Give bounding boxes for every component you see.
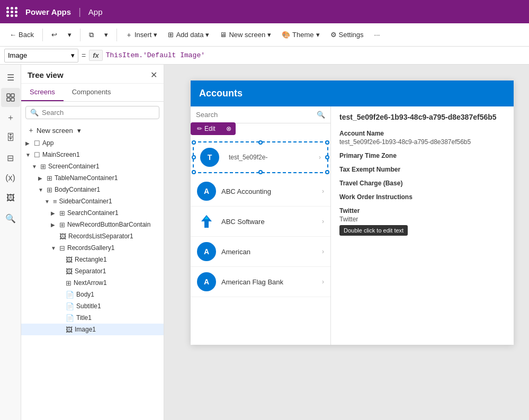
tab-screens[interactable]: Screens <box>21 84 64 101</box>
add-data-button[interactable]: ⊞ Add data ▾ <box>164 28 213 41</box>
arrow-icon: ▶ <box>51 222 57 228</box>
container-icon: ⊞ <box>47 186 52 194</box>
list-item-content: A American <box>197 242 250 261</box>
more-button[interactable]: ··· <box>370 28 384 41</box>
tree-node-image1[interactable]: 🖼 Image1 <box>21 324 164 335</box>
fx-label: fx <box>89 50 103 61</box>
tree-node-recordsgallery1[interactable]: ▼ ⊟ RecordsGallery1 <box>21 242 164 254</box>
components-icon[interactable]: ⊟ <box>1 148 20 167</box>
search-icon-tree: 🔍 <box>30 109 39 117</box>
tree-node-label: MainScreen1 <box>42 151 80 158</box>
tree-node-app[interactable]: ▶ ☐ App <box>21 137 164 149</box>
chevron-right-icon: › <box>322 248 324 255</box>
tab-components[interactable]: Components <box>64 84 120 101</box>
tree-node-subtitle1[interactable]: 📄 Subtitle1 <box>21 300 164 312</box>
top-bar-app-name: Power Apps <box>25 7 71 16</box>
tree-node-newrecordbuttonbarcontain[interactable]: ▶ ⊞ NewRecordButtonBarContain <box>21 219 164 230</box>
search-icon-list: 🔍 <box>317 111 325 119</box>
chevron-right-icon: › <box>322 278 324 285</box>
tree-node-separator1[interactable]: 🖼 Separator1 <box>21 265 164 277</box>
list-search-input[interactable] <box>196 111 313 119</box>
list-item-abc-software[interactable]: ABC Software › <box>191 207 330 237</box>
menu-icon[interactable]: ☰ <box>1 68 20 87</box>
theme-icon: 🎨 <box>282 31 290 39</box>
new-screen-button-tree[interactable]: ＋ New screen ▾ <box>21 123 164 137</box>
settings-button[interactable]: ⚙ Settings <box>326 28 368 41</box>
insert-button[interactable]: ＋ Insert ▾ <box>121 28 162 42</box>
selected-item[interactable]: T test_5e09f2e- › <box>193 141 328 173</box>
variable-icon[interactable]: (x) <box>1 168 20 187</box>
tree-node-label: TableNameContainer1 <box>55 174 118 182</box>
container-icon: ⊞ <box>40 163 46 171</box>
tree-node-searchcontainer1[interactable]: ▶ ⊞ SearchContainer1 <box>21 207 164 219</box>
field-value: test_5e09f2e6-1b93-48c9-a795-d8e387ef56b… <box>339 138 505 146</box>
list-item-american-flag-bank[interactable]: A American Flag Bank › <box>191 267 330 297</box>
insert-label: Insert <box>135 31 152 39</box>
selected-list-item[interactable]: T test_5e09f2e- › <box>194 142 327 172</box>
field-label: Tax Exempt Number <box>339 166 505 173</box>
tree-node-sidebarcontainer1[interactable]: ▼ ≡ SidebarContainer1 <box>21 195 164 207</box>
search-input[interactable] <box>42 109 155 117</box>
accounts-list: 🔍 ✏ Edit ⊗ <box>191 106 331 345</box>
edit-label: Edit <box>204 125 216 132</box>
tree-node-rectangle1[interactable]: 🖼 Rectangle1 <box>21 254 164 265</box>
tree-node-recordslistseparator1[interactable]: 🖼 RecordsListSeparator1 <box>21 230 164 242</box>
theme-button[interactable]: 🎨 Theme ▾ <box>277 28 324 41</box>
tree-view-icon[interactable] <box>1 88 20 107</box>
back-button[interactable]: ← Back <box>5 28 38 41</box>
tree-node-label: Subtitle1 <box>76 302 101 310</box>
tree-node-tablenamecontainer1[interactable]: ▶ ⊞ TableNameContainer1 <box>21 172 164 184</box>
close-icon[interactable]: ✕ <box>150 70 157 80</box>
tree-node-label: Image1 <box>75 326 96 333</box>
avatar: A <box>197 182 216 201</box>
copy-dropdown-button[interactable]: ▾ <box>100 28 112 41</box>
copy-icon: ⧉ <box>89 31 94 39</box>
plus-icon-tree: ＋ <box>28 126 34 135</box>
field-label: Primary Time Zone <box>339 152 505 159</box>
property-dropdown[interactable]: Image ▾ <box>4 49 78 62</box>
copy-button[interactable]: ⧉ <box>85 28 98 42</box>
formula-input[interactable]: ThisItem.'Default Image' <box>106 51 525 59</box>
new-screen-button[interactable]: 🖥 New screen ▾ <box>216 28 275 41</box>
tree-node-body1[interactable]: 📄 Body1 <box>21 289 164 300</box>
undo-button[interactable]: ↩ <box>47 28 61 41</box>
list-item-abc-accounting[interactable]: A ABC Accounting › <box>191 176 330 207</box>
media-icon[interactable]: 🖼 <box>1 189 20 208</box>
detail-record-id: test_5e09f2e6-1b93-48c9-a795-d8e387ef56b… <box>339 113 505 124</box>
list-item-content: A ABC Accounting <box>197 182 271 201</box>
tree-node-title1[interactable]: 📄 Title1 <box>21 312 164 324</box>
top-bar-title: App <box>88 7 103 16</box>
app-icon: ☐ <box>34 139 40 147</box>
tree-node-label: ScreenContainer1 <box>48 163 100 170</box>
edit-button[interactable]: ✏ Edit <box>191 122 222 135</box>
main-layout: ☰ ＋ 🗄 ⊟ (x) 🖼 🔍 Tree view ✕ Screens Comp… <box>0 65 529 420</box>
search-icon[interactable]: 🔍 <box>1 209 20 228</box>
app-grid-icon[interactable] <box>6 7 18 17</box>
chevron-right-icon: › <box>322 187 324 195</box>
tree-node-label: Separator1 <box>75 267 106 275</box>
add-icon[interactable]: ＋ <box>1 108 20 127</box>
toolbar-divider-3 <box>116 29 117 41</box>
avatar: T <box>200 148 219 167</box>
field-label: Account Name <box>339 130 505 137</box>
chevron-right-icon: › <box>322 218 324 225</box>
tree-node-bodycontainer1[interactable]: ▼ ⊞ BodyContainer1 <box>21 184 164 195</box>
edit-icon-button[interactable]: ⊗ <box>222 122 236 135</box>
top-bar: Power Apps | App <box>0 0 529 23</box>
edit-toolbar: ✏ Edit ⊗ <box>191 122 236 135</box>
add-data-label: Add data <box>176 31 203 39</box>
detail-field-twitter: Twitter Twitter Double click to edit tex… <box>339 207 505 236</box>
undo-icon: ↩ <box>51 31 57 39</box>
tree-node-screencontainer1[interactable]: ▼ ⊞ ScreenContainer1 <box>21 160 164 172</box>
undo-dropdown-button[interactable]: ▾ <box>64 28 76 41</box>
image-icon: 🖼 <box>59 233 66 240</box>
detail-field-travel-charge: Travel Charge (Base) <box>339 180 505 187</box>
list-item-american[interactable]: A American › <box>191 237 330 267</box>
svg-rect-2 <box>11 98 14 101</box>
data-icon[interactable]: 🗄 <box>1 128 20 147</box>
tree-node-mainscreen1[interactable]: ▼ ☐ MainScreen1 <box>21 149 164 160</box>
chevron-icon-tree: ▾ <box>77 127 81 135</box>
tree-node-label: BodyContainer1 <box>55 186 100 193</box>
tree-node-nextarrow1[interactable]: ⊞ NextArrow1 <box>21 277 164 289</box>
theme-label: Theme <box>292 31 313 39</box>
